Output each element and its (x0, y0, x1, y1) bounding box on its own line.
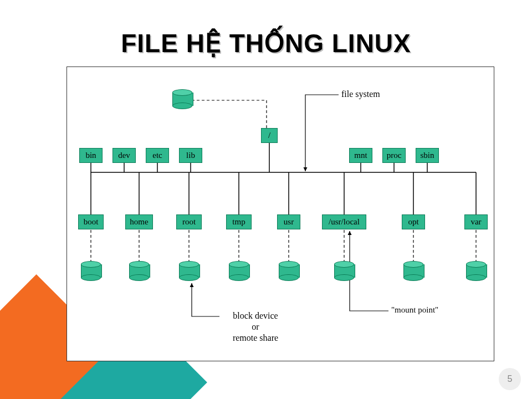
label-block-device-3: remote share (222, 333, 289, 343)
label-file-system: file system (341, 89, 380, 99)
cylinder-icon-boot (81, 261, 101, 281)
label-block-device-1: block device (222, 311, 289, 321)
cylinder-icon-root (179, 261, 199, 281)
node-mnt: mnt (349, 148, 372, 163)
page-number: 5 (499, 368, 521, 390)
cylinder-icon-tmp (229, 261, 249, 281)
cylinder-icon-usr (279, 261, 299, 281)
cylinder-icon-var (466, 261, 486, 281)
diagram-frame: / bin dev etc lib mnt proc sbin boot hom… (66, 66, 494, 361)
node-bin: bin (79, 148, 103, 163)
label-mount-point: "mount point" (391, 305, 438, 315)
node-usr: usr (277, 214, 300, 229)
slide-title: FILE HỆ THỐNG LINUX (0, 28, 532, 58)
node-root-dir: root (176, 214, 202, 229)
cylinder-icon-home (129, 261, 149, 281)
label-block-device-2: or (222, 322, 289, 332)
node-root: / (261, 128, 278, 143)
node-tmp: tmp (226, 214, 252, 229)
node-dev: dev (112, 148, 136, 163)
cylinder-icon-opt (403, 261, 423, 281)
node-proc: proc (382, 148, 406, 163)
node-opt: opt (402, 214, 425, 229)
node-lib: lib (179, 148, 202, 163)
node-usr-local: /usr/local (322, 214, 366, 229)
cylinder-icon-usr-local (334, 261, 354, 281)
node-var: var (464, 214, 488, 229)
cylinder-icon-root (172, 89, 192, 109)
node-home: home (125, 214, 153, 229)
node-sbin: sbin (416, 148, 439, 163)
node-boot: boot (78, 214, 104, 229)
node-etc: etc (146, 148, 169, 163)
